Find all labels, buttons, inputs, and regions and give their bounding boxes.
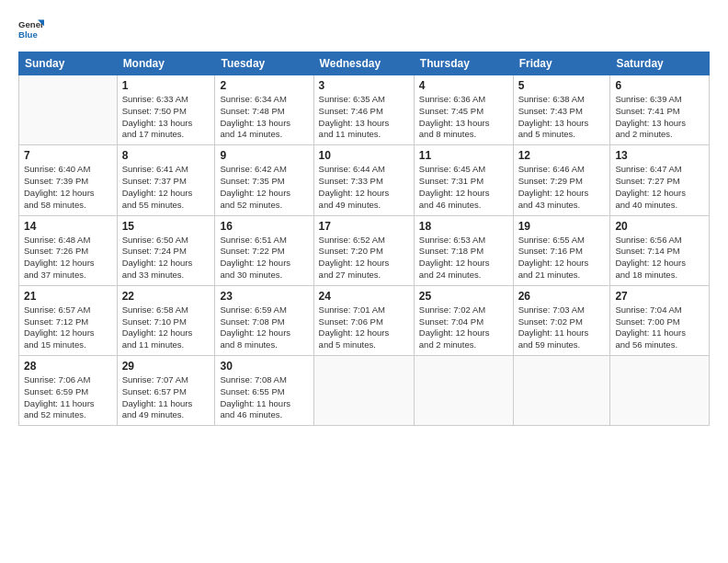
day-number: 6: [615, 79, 704, 92]
calendar-cell: 9Sunrise: 6:42 AM Sunset: 7:35 PM Daylig…: [215, 145, 313, 215]
day-info: Sunrise: 6:57 AM Sunset: 7:12 PM Dayligh…: [24, 304, 112, 351]
calendar-cell: 28Sunrise: 7:06 AM Sunset: 6:59 PM Dayli…: [19, 356, 118, 426]
calendar-cell: [414, 356, 513, 426]
day-info: Sunrise: 6:35 AM Sunset: 7:46 PM Dayligh…: [319, 94, 409, 141]
day-number: 30: [220, 360, 308, 373]
day-number: 1: [122, 79, 210, 92]
day-info: Sunrise: 6:44 AM Sunset: 7:33 PM Dayligh…: [319, 164, 409, 211]
day-info: Sunrise: 6:40 AM Sunset: 7:39 PM Dayligh…: [24, 164, 112, 211]
day-number: 9: [220, 149, 308, 162]
weekday-header-friday: Friday: [513, 52, 610, 75]
day-info: Sunrise: 6:52 AM Sunset: 7:20 PM Dayligh…: [319, 235, 409, 282]
day-info: Sunrise: 6:46 AM Sunset: 7:29 PM Dayligh…: [518, 164, 606, 211]
day-info: Sunrise: 6:53 AM Sunset: 7:18 PM Dayligh…: [419, 235, 508, 282]
day-info: Sunrise: 6:47 AM Sunset: 7:27 PM Dayligh…: [615, 164, 704, 211]
calendar-cell: 1Sunrise: 6:33 AM Sunset: 7:50 PM Daylig…: [117, 75, 215, 145]
day-number: 8: [122, 149, 210, 162]
day-info: Sunrise: 6:41 AM Sunset: 7:37 PM Dayligh…: [122, 164, 210, 211]
calendar-cell: 30Sunrise: 7:08 AM Sunset: 6:55 PM Dayli…: [215, 356, 313, 426]
weekday-header-tuesday: Tuesday: [215, 52, 313, 75]
day-number: 14: [24, 220, 112, 233]
svg-text:Blue: Blue: [18, 29, 38, 40]
day-info: Sunrise: 6:38 AM Sunset: 7:43 PM Dayligh…: [518, 94, 606, 141]
day-info: Sunrise: 6:39 AM Sunset: 7:41 PM Dayligh…: [615, 94, 704, 141]
day-info: Sunrise: 6:34 AM Sunset: 7:48 PM Dayligh…: [220, 94, 308, 141]
day-number: 25: [419, 290, 508, 303]
calendar-table: SundayMondayTuesdayWednesdayThursdayFrid…: [18, 52, 710, 426]
day-number: 23: [220, 290, 308, 303]
day-number: 18: [419, 220, 508, 233]
day-number: 28: [24, 360, 112, 373]
header: General Blue: [18, 17, 710, 42]
calendar-cell: 8Sunrise: 6:41 AM Sunset: 7:37 PM Daylig…: [117, 145, 215, 215]
calendar-cell: 11Sunrise: 6:45 AM Sunset: 7:31 PM Dayli…: [414, 145, 513, 215]
day-info: Sunrise: 6:51 AM Sunset: 7:22 PM Dayligh…: [220, 235, 308, 282]
weekday-header-sunday: Sunday: [19, 52, 118, 75]
week-row-1: 1Sunrise: 6:33 AM Sunset: 7:50 PM Daylig…: [19, 75, 710, 145]
day-number: 10: [319, 149, 409, 162]
day-number: 24: [319, 290, 409, 303]
day-info: Sunrise: 6:42 AM Sunset: 7:35 PM Dayligh…: [220, 164, 308, 211]
day-info: Sunrise: 7:07 AM Sunset: 6:57 PM Dayligh…: [122, 374, 210, 421]
logo-icon: General Blue: [18, 17, 44, 42]
day-number: 22: [122, 290, 210, 303]
day-info: Sunrise: 6:50 AM Sunset: 7:24 PM Dayligh…: [122, 235, 210, 282]
day-number: 11: [419, 149, 508, 162]
calendar-cell: 20Sunrise: 6:56 AM Sunset: 7:14 PM Dayli…: [610, 215, 710, 285]
day-info: Sunrise: 7:02 AM Sunset: 7:04 PM Dayligh…: [419, 304, 508, 351]
calendar-cell: 10Sunrise: 6:44 AM Sunset: 7:33 PM Dayli…: [313, 145, 414, 215]
week-row-5: 28Sunrise: 7:06 AM Sunset: 6:59 PM Dayli…: [19, 356, 710, 426]
calendar-cell: 16Sunrise: 6:51 AM Sunset: 7:22 PM Dayli…: [215, 215, 313, 285]
calendar-cell: 13Sunrise: 6:47 AM Sunset: 7:27 PM Dayli…: [610, 145, 710, 215]
day-number: 13: [615, 149, 704, 162]
weekday-header-row: SundayMondayTuesdayWednesdayThursdayFrid…: [19, 52, 710, 75]
day-info: Sunrise: 7:01 AM Sunset: 7:06 PM Dayligh…: [319, 304, 409, 351]
day-info: Sunrise: 6:48 AM Sunset: 7:26 PM Dayligh…: [24, 235, 112, 282]
calendar-cell: 4Sunrise: 6:36 AM Sunset: 7:45 PM Daylig…: [414, 75, 513, 145]
calendar-cell: 7Sunrise: 6:40 AM Sunset: 7:39 PM Daylig…: [19, 145, 118, 215]
day-number: 19: [518, 220, 606, 233]
calendar-cell: 14Sunrise: 6:48 AM Sunset: 7:26 PM Dayli…: [19, 215, 118, 285]
day-number: 17: [319, 220, 409, 233]
week-row-4: 21Sunrise: 6:57 AM Sunset: 7:12 PM Dayli…: [19, 285, 710, 355]
calendar-cell: 15Sunrise: 6:50 AM Sunset: 7:24 PM Dayli…: [117, 215, 215, 285]
day-info: Sunrise: 6:33 AM Sunset: 7:50 PM Dayligh…: [122, 94, 210, 141]
day-number: 7: [24, 149, 112, 162]
calendar-cell: [19, 75, 118, 145]
day-number: 5: [518, 79, 606, 92]
day-number: 2: [220, 79, 308, 92]
calendar-cell: 21Sunrise: 6:57 AM Sunset: 7:12 PM Dayli…: [19, 285, 118, 355]
weekday-header-thursday: Thursday: [414, 52, 513, 75]
calendar-cell: 6Sunrise: 6:39 AM Sunset: 7:41 PM Daylig…: [610, 75, 710, 145]
calendar-cell: [313, 356, 414, 426]
calendar-cell: 27Sunrise: 7:04 AM Sunset: 7:00 PM Dayli…: [610, 285, 710, 355]
day-number: 27: [615, 290, 704, 303]
calendar-cell: 3Sunrise: 6:35 AM Sunset: 7:46 PM Daylig…: [313, 75, 414, 145]
day-info: Sunrise: 7:08 AM Sunset: 6:55 PM Dayligh…: [220, 374, 308, 421]
day-info: Sunrise: 6:58 AM Sunset: 7:10 PM Dayligh…: [122, 304, 210, 351]
calendar-cell: [610, 356, 710, 426]
week-row-2: 7Sunrise: 6:40 AM Sunset: 7:39 PM Daylig…: [19, 145, 710, 215]
day-info: Sunrise: 6:45 AM Sunset: 7:31 PM Dayligh…: [419, 164, 508, 211]
calendar-cell: 12Sunrise: 6:46 AM Sunset: 7:29 PM Dayli…: [513, 145, 610, 215]
weekday-header-saturday: Saturday: [610, 52, 710, 75]
day-info: Sunrise: 6:36 AM Sunset: 7:45 PM Dayligh…: [419, 94, 508, 141]
calendar-cell: 25Sunrise: 7:02 AM Sunset: 7:04 PM Dayli…: [414, 285, 513, 355]
calendar-cell: 2Sunrise: 6:34 AM Sunset: 7:48 PM Daylig…: [215, 75, 313, 145]
calendar-cell: [513, 356, 610, 426]
calendar-cell: 23Sunrise: 6:59 AM Sunset: 7:08 PM Dayli…: [215, 285, 313, 355]
day-info: Sunrise: 7:04 AM Sunset: 7:00 PM Dayligh…: [615, 304, 704, 351]
weekday-header-monday: Monday: [117, 52, 215, 75]
day-info: Sunrise: 6:55 AM Sunset: 7:16 PM Dayligh…: [518, 235, 606, 282]
day-info: Sunrise: 6:59 AM Sunset: 7:08 PM Dayligh…: [220, 304, 308, 351]
calendar-cell: 19Sunrise: 6:55 AM Sunset: 7:16 PM Dayli…: [513, 215, 610, 285]
calendar-cell: 26Sunrise: 7:03 AM Sunset: 7:02 PM Dayli…: [513, 285, 610, 355]
calendar-cell: 17Sunrise: 6:52 AM Sunset: 7:20 PM Dayli…: [313, 215, 414, 285]
calendar-cell: 18Sunrise: 6:53 AM Sunset: 7:18 PM Dayli…: [414, 215, 513, 285]
day-number: 12: [518, 149, 606, 162]
calendar-cell: 5Sunrise: 6:38 AM Sunset: 7:43 PM Daylig…: [513, 75, 610, 145]
calendar-cell: 29Sunrise: 7:07 AM Sunset: 6:57 PM Dayli…: [117, 356, 215, 426]
day-info: Sunrise: 7:03 AM Sunset: 7:02 PM Dayligh…: [518, 304, 606, 351]
day-number: 21: [24, 290, 112, 303]
calendar-cell: 24Sunrise: 7:01 AM Sunset: 7:06 PM Dayli…: [313, 285, 414, 355]
